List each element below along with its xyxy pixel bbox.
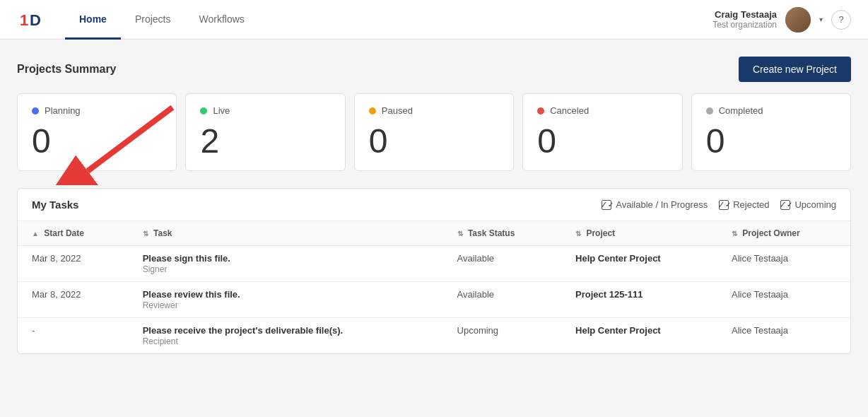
svg-text:1: 1 bbox=[20, 11, 28, 29]
row1-status: Available bbox=[443, 246, 562, 282]
filter-available[interactable]: ✓ Available / In Progress bbox=[602, 199, 708, 210]
paused-label-text: Paused bbox=[382, 105, 413, 116]
filter-upcoming-label: Upcoming bbox=[794, 199, 836, 210]
row2-task: Please review this file. Reviewer bbox=[129, 282, 443, 318]
row2-project: Project 125-111 bbox=[561, 282, 717, 318]
user-org: Test organization bbox=[712, 20, 777, 30]
sort-icon-project: ⇅ bbox=[575, 230, 581, 237]
row2-owner: Alice Testaaja bbox=[717, 282, 850, 318]
planning-count: 0 bbox=[32, 124, 162, 158]
row2-task-role: Reviewer bbox=[143, 300, 178, 310]
summary-cards: Planning 0 Live 2 Paused 0 Canceled bbox=[17, 93, 851, 171]
live-label-text: Live bbox=[213, 105, 230, 116]
avatar-image bbox=[785, 7, 811, 33]
filter-group: ✓ Available / In Progress ✓ Rejected ✓ U… bbox=[602, 199, 836, 210]
row1-start-date: Mar 8, 2022 bbox=[18, 246, 129, 282]
completed-label-text: Completed bbox=[719, 105, 763, 116]
card-live-label: Live bbox=[200, 105, 330, 116]
tasks-table-body: Mar 8, 2022 Please sign this file. Signe… bbox=[18, 246, 850, 354]
tasks-header: My Tasks ✓ Available / In Progress ✓ Rej… bbox=[18, 189, 850, 221]
row1-task: Please sign this file. Signer bbox=[129, 246, 443, 282]
tasks-title: My Tasks bbox=[32, 199, 78, 211]
tasks-table: ▲ Start Date ⇅ Task ⇅ Task Status ⇅ Proj… bbox=[18, 221, 850, 353]
row2-start-date: Mar 8, 2022 bbox=[18, 282, 129, 318]
filter-rejected[interactable]: ✓ Rejected bbox=[719, 199, 769, 210]
row3-task-role: Recipient bbox=[143, 336, 178, 346]
header: 1 D Home Projects Workflows Craig Testaa… bbox=[0, 0, 868, 40]
my-tasks-section: My Tasks ✓ Available / In Progress ✓ Rej… bbox=[17, 188, 851, 354]
filter-rejected-checkbox[interactable]: ✓ bbox=[719, 200, 729, 210]
tasks-table-header: ▲ Start Date ⇅ Task ⇅ Task Status ⇅ Proj… bbox=[18, 221, 850, 246]
user-menu-chevron[interactable]: ▾ bbox=[819, 16, 823, 23]
projects-summary-title: Projects Summary bbox=[17, 63, 117, 76]
row3-task: Please receive the project's deliverable… bbox=[129, 318, 443, 354]
sort-icon-project-owner: ⇅ bbox=[732, 230, 737, 237]
sort-icon-task: ⇅ bbox=[143, 230, 148, 237]
row2-status: Available bbox=[443, 282, 562, 318]
user-name: Craig Testaaja bbox=[712, 9, 777, 20]
filter-rejected-label: Rejected bbox=[733, 199, 769, 210]
col-task[interactable]: ⇅ Task bbox=[129, 221, 443, 246]
col-project-owner[interactable]: ⇅ Project Owner bbox=[717, 221, 850, 246]
filter-available-label: Available / In Progress bbox=[616, 199, 708, 210]
live-dot bbox=[200, 107, 207, 114]
col-task-status[interactable]: ⇅ Task Status bbox=[443, 221, 562, 246]
card-canceled[interactable]: Canceled 0 bbox=[522, 93, 682, 171]
canceled-dot bbox=[537, 107, 544, 114]
row3-start-date: - bbox=[18, 318, 129, 354]
card-canceled-label: Canceled bbox=[537, 105, 667, 116]
filter-upcoming[interactable]: ✓ Upcoming bbox=[780, 199, 836, 210]
nav-projects[interactable]: Projects bbox=[121, 1, 185, 40]
sort-icon-task-status: ⇅ bbox=[457, 230, 463, 237]
logo[interactable]: 1 D bbox=[17, 7, 42, 33]
paused-count: 0 bbox=[369, 124, 499, 158]
col-start-date[interactable]: ▲ Start Date bbox=[18, 221, 129, 246]
col-project[interactable]: ⇅ Project bbox=[561, 221, 717, 246]
card-planning-label: Planning bbox=[32, 105, 162, 116]
completed-dot bbox=[706, 107, 713, 114]
card-completed[interactable]: Completed 0 bbox=[691, 93, 851, 171]
planning-dot bbox=[32, 107, 39, 114]
row1-task-role: Signer bbox=[143, 264, 168, 274]
filter-upcoming-checkbox[interactable]: ✓ bbox=[780, 200, 790, 210]
row1-task-name: Please sign this file. bbox=[143, 253, 429, 264]
canceled-count: 0 bbox=[537, 124, 667, 158]
card-completed-label: Completed bbox=[706, 105, 836, 116]
header-right: Craig Testaaja Test organization ▾ ? bbox=[712, 7, 851, 33]
card-paused-label: Paused bbox=[369, 105, 499, 116]
card-live[interactable]: Live 2 bbox=[185, 93, 345, 171]
card-paused[interactable]: Paused 0 bbox=[354, 93, 514, 171]
paused-dot bbox=[369, 107, 376, 114]
help-button[interactable]: ? bbox=[831, 10, 851, 30]
completed-count: 0 bbox=[706, 124, 836, 158]
table-row: Mar 8, 2022 Please sign this file. Signe… bbox=[18, 246, 850, 282]
live-count: 2 bbox=[200, 124, 330, 158]
card-planning[interactable]: Planning 0 bbox=[17, 93, 177, 171]
user-info: Craig Testaaja Test organization bbox=[712, 9, 777, 30]
row3-task-name: Please receive the project's deliverable… bbox=[143, 325, 429, 336]
row3-project: Help Center Project bbox=[561, 318, 717, 354]
create-project-button[interactable]: Create new Project bbox=[739, 57, 851, 82]
filter-available-checkbox[interactable]: ✓ bbox=[602, 200, 611, 210]
projects-summary-header: Projects Summary Create new Project bbox=[17, 57, 851, 82]
nav-workflows[interactable]: Workflows bbox=[184, 1, 258, 40]
nav-home[interactable]: Home bbox=[65, 1, 121, 40]
sort-icon-start-date: ▲ bbox=[32, 230, 39, 237]
svg-text:D: D bbox=[30, 11, 41, 29]
canceled-label-text: Canceled bbox=[550, 105, 589, 116]
row1-project: Help Center Project bbox=[561, 246, 717, 282]
row3-status: Upcoming bbox=[443, 318, 562, 354]
planning-label-text: Planning bbox=[45, 105, 81, 116]
main-content: Projects Summary Create new Project Plan… bbox=[0, 40, 868, 371]
row2-task-name: Please review this file. bbox=[143, 289, 429, 300]
main-nav: Home Projects Workflows bbox=[65, 1, 712, 39]
avatar[interactable] bbox=[785, 7, 811, 33]
row1-owner: Alice Testaaja bbox=[717, 246, 850, 282]
table-row: Mar 8, 2022 Please review this file. Rev… bbox=[18, 282, 850, 318]
table-row: - Please receive the project's deliverab… bbox=[18, 318, 850, 354]
row3-owner: Alice Testaaja bbox=[717, 318, 850, 354]
